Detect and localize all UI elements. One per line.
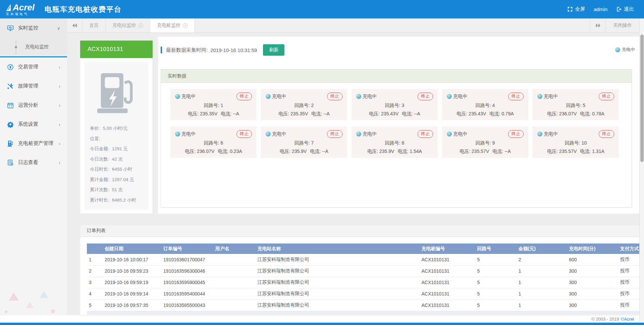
page-title: 电瓶车充电桩收费平台 bbox=[45, 5, 122, 14]
logout-button[interactable]: 退出 bbox=[613, 6, 637, 12]
decoration-triangle bbox=[9, 292, 19, 301]
orders-table: 创建日期 订单编号 用户名 充电站名称 充电桩编号 回路号 金额(元) 充电时间… bbox=[87, 243, 639, 311]
terminate-button[interactable]: 终止 bbox=[599, 93, 614, 100]
stat-total-count: 累计次数:51 次 bbox=[90, 187, 143, 193]
terminate-button[interactable]: 终止 bbox=[327, 93, 342, 100]
tools-icon bbox=[7, 83, 14, 90]
logout-label: 退出 bbox=[624, 6, 634, 12]
sidebar-subitem-station-monitor[interactable]: 充电站监控 bbox=[0, 38, 67, 56]
vertical-scrollbar[interactable] bbox=[639, 18, 644, 323]
col-index bbox=[87, 243, 103, 254]
col-circuit-no: 回路号 bbox=[475, 243, 516, 254]
table-row[interactable]: 22019-10-16 09:59:231910163596300046江苏安科… bbox=[87, 265, 639, 277]
sidebar-item-transactions[interactable]: 交易管理 ‹ bbox=[0, 57, 67, 76]
terminate-button[interactable]: 终止 bbox=[236, 93, 252, 100]
charging-pile-icon bbox=[7, 140, 14, 147]
sidebar-item-realtime-monitor[interactable]: 实时监控 ∨ bbox=[0, 18, 67, 38]
charging-status-icon bbox=[266, 94, 271, 99]
sidebar-item-label: 交易管理 bbox=[18, 64, 38, 70]
tabs-scroll-left-button[interactable] bbox=[67, 18, 83, 33]
tab-home[interactable]: 首页 bbox=[83, 18, 106, 33]
sidebar-item-label: 故障管理 bbox=[18, 83, 38, 89]
collect-time-label: 最新数据采集时间: bbox=[166, 47, 208, 53]
sidebar-item-label: 实时监控 bbox=[18, 25, 38, 31]
channel-card-5: 充电中终止 回路号:5 电压:236.07V电流:0.78A bbox=[533, 89, 619, 120]
chevron-left-icon: ‹ bbox=[59, 122, 60, 127]
decoration-dot bbox=[5, 310, 8, 313]
tab-bar: 首页 充电站监控 × 充电桩监控 × 关闭操作 bbox=[67, 18, 639, 33]
main-content: ACX1010131 bbox=[67, 33, 639, 315]
terminate-button[interactable]: 终止 bbox=[599, 130, 614, 138]
terminate-button[interactable]: 终止 bbox=[418, 93, 433, 100]
col-station-name: 充电站名称 bbox=[255, 243, 419, 254]
col-pile-no: 充电桩编号 bbox=[419, 243, 475, 254]
chevron-left-icon: ‹ bbox=[59, 141, 60, 146]
sidebar-item-analytics[interactable]: 运营分析 ‹ bbox=[0, 96, 67, 115]
terminate-button[interactable]: 终止 bbox=[508, 93, 524, 100]
copyright-brand[interactable]: ©Acrel bbox=[621, 317, 634, 322]
tab-close-icon[interactable]: × bbox=[183, 23, 188, 28]
fullscreen-icon bbox=[567, 6, 573, 12]
sidebar-item-label: 运营分析 bbox=[18, 102, 38, 108]
clipped-next-row bbox=[87, 311, 639, 315]
status-legend: 充电中 空闲 故障 离线 bbox=[615, 47, 639, 53]
table-row[interactable]: 32019-10-16 09:59:191910163595900045江苏安科… bbox=[87, 277, 639, 288]
stat-total-duration: 累计时长:6485.2 小时 bbox=[90, 197, 143, 203]
sidebar-item-label: 充电桩资产管理 bbox=[18, 140, 53, 147]
transaction-yen-icon bbox=[7, 64, 14, 70]
table-row[interactable]: 12019-10-16 10:00:171910163601700047江苏安科… bbox=[87, 254, 639, 265]
charging-pump-icon bbox=[97, 72, 136, 117]
orders-panel: 订单列表 创建日期 订单编号 用户名 充电站名称 bbox=[80, 225, 639, 315]
sidebar-item-settings[interactable]: 系统设置 ‹ bbox=[0, 115, 67, 134]
submenu-dot bbox=[15, 46, 17, 48]
charging-status-icon bbox=[356, 131, 361, 137]
channel-card-2: 充电中终止 回路号:2 电压:235.35V电流:--A bbox=[261, 89, 347, 120]
scrollbar-thumb[interactable] bbox=[640, 35, 644, 162]
realtime-data-section: 实时数据 充电中终止 回路号:1 电压:235.35V电流:--A 充电中终止 … bbox=[161, 69, 632, 208]
channel-card-4: 充电中终止 回路号:4 电压:235.43V电流:0.79A bbox=[442, 89, 528, 120]
station-info-card: ACX1010131 bbox=[80, 40, 153, 214]
col-username: 用户名 bbox=[213, 243, 256, 254]
tab-station-monitor[interactable]: 充电站监控 × bbox=[106, 18, 150, 33]
realtime-section-title: 实时数据 bbox=[161, 69, 632, 83]
table-row[interactable]: 52019-10-16 09:57:351910163585500043江苏安科… bbox=[87, 300, 639, 311]
tab-pile-monitor[interactable]: 充电桩监控 × bbox=[150, 18, 195, 33]
tabs-scroll-right-button[interactable] bbox=[590, 18, 605, 33]
charging-status-icon bbox=[175, 131, 180, 137]
chevron-left-icon: ‹ bbox=[59, 84, 60, 89]
channel-card-8: 充电中终止 回路号:8 电压:235.9V电流:1.54A bbox=[352, 126, 438, 158]
charging-status-icon bbox=[266, 131, 271, 137]
table-row[interactable]: 42019-10-16 09:59:141910163595400044江苏安科… bbox=[87, 288, 639, 300]
copyright-years: © 2003 - 2019 bbox=[591, 317, 619, 322]
log-document-icon bbox=[7, 159, 14, 166]
stat-today-duration: 今日时长:6455 小时 bbox=[90, 166, 143, 172]
sidebar: 实时监控 ∨ 充电站监控 交易管理 ‹ bbox=[0, 18, 67, 315]
decoration-triangle bbox=[26, 302, 34, 308]
terminate-button[interactable]: 终止 bbox=[327, 130, 342, 138]
collect-time-value: 2019-10-16 10:31:59 bbox=[210, 47, 257, 53]
sidebar-item-pile-assets[interactable]: 充电桩资产管理 ‹ bbox=[0, 134, 67, 153]
realtime-card: 最新数据采集时间: 2019-10-16 10:31:59 刷新 充电中 空闲 … bbox=[158, 36, 639, 214]
sidebar-item-faults[interactable]: 故障管理 ‹ bbox=[0, 76, 67, 96]
col-create-date: 创建日期 bbox=[103, 243, 161, 254]
col-order-no: 订单编号 bbox=[161, 243, 213, 254]
sidebar-item-logs[interactable]: 日志查看 ‹ bbox=[0, 153, 67, 172]
accent-bar bbox=[161, 47, 162, 53]
legend-charging: 充电中 bbox=[615, 47, 635, 53]
calendar-icon bbox=[7, 102, 14, 109]
terminate-button[interactable]: 终止 bbox=[236, 130, 252, 138]
tab-close-icon[interactable]: × bbox=[138, 23, 143, 28]
terminate-button[interactable]: 终止 bbox=[418, 130, 433, 138]
close-operations-button[interactable]: 关闭操作 bbox=[605, 18, 639, 33]
channel-grid: 充电中终止 回路号:1 电压:235.35V电流:--A 充电中终止 回路号:2… bbox=[161, 83, 632, 164]
charging-status-icon bbox=[175, 94, 180, 99]
refresh-button[interactable]: 刷新 bbox=[263, 44, 284, 56]
station-stats-panel: 单价:5.00 小时/元 位置: 今日金额:1291 元 今日次数:42 次 今… bbox=[85, 62, 148, 210]
channel-card-7: 充电中终止 回路号:7 电压:235.9V电流:--A bbox=[261, 126, 347, 158]
stat-today-amount: 今日金额:1291 元 bbox=[90, 146, 143, 152]
col-charge-minutes: 充电时间(分) bbox=[567, 243, 618, 254]
terminate-button[interactable]: 终止 bbox=[508, 130, 524, 138]
fullscreen-button[interactable]: 全屏 bbox=[565, 6, 588, 12]
username[interactable]: admin bbox=[591, 6, 610, 12]
chevron-left-icon: ‹ bbox=[59, 160, 60, 165]
